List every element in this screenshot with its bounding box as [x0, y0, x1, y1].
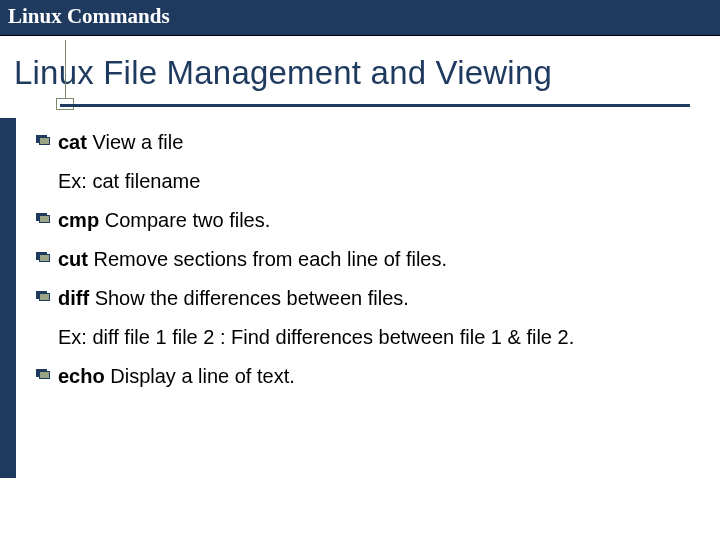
list-item-text: cut Remove sections from each line of fi…	[58, 245, 447, 274]
example-text: Ex: cat filename	[58, 167, 690, 196]
slide-title: Linux File Management and Viewing	[0, 36, 720, 92]
content-area: cat View a file Ex: cat filename cmp Com…	[0, 112, 720, 391]
list-item-text: echo Display a line of text.	[58, 362, 295, 391]
command-desc: View a file	[87, 131, 183, 153]
command-name: cat	[58, 131, 87, 153]
bullet-icon	[36, 135, 50, 145]
command-desc: Compare two files.	[99, 209, 270, 231]
command-name: echo	[58, 365, 105, 387]
command-name: cmp	[58, 209, 99, 231]
list-item: diff Show the differences between files.	[36, 284, 690, 313]
command-name: cut	[58, 248, 88, 270]
left-accent-strip	[0, 118, 16, 478]
list-item-text: cat View a file	[58, 128, 183, 157]
command-desc: Remove sections from each line of files.	[88, 248, 447, 270]
bullet-icon	[36, 369, 50, 379]
list-item: echo Display a line of text.	[36, 362, 690, 391]
header-bar: Linux Commands	[0, 0, 720, 36]
list-item-text: diff Show the differences between files.	[58, 284, 409, 313]
list-item-text: cmp Compare two files.	[58, 206, 270, 235]
bullet-icon	[36, 291, 50, 301]
example-text: Ex: diff file 1 file 2 : Find difference…	[58, 323, 690, 352]
command-name: diff	[58, 287, 89, 309]
list-item: cat View a file	[36, 128, 690, 157]
bullet-icon	[36, 252, 50, 262]
list-item: cmp Compare two files.	[36, 206, 690, 235]
header-title: Linux Commands	[8, 4, 170, 28]
bullet-icon	[36, 213, 50, 223]
command-desc: Show the differences between files.	[89, 287, 409, 309]
command-desc: Display a line of text.	[105, 365, 295, 387]
title-rule	[30, 98, 690, 112]
connector-line	[65, 40, 66, 100]
list-item: cut Remove sections from each line of fi…	[36, 245, 690, 274]
